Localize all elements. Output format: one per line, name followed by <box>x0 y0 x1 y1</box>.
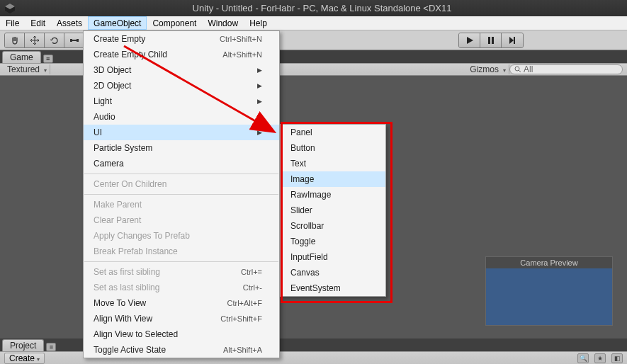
menuitem-audio[interactable]: Audio▶ <box>84 109 279 125</box>
menuitem-light[interactable]: Light▶ <box>84 93 279 109</box>
menuitem-make-parent: Make Parent <box>84 197 279 212</box>
menuitem-break-prefab-instance: Break Prefab Instance <box>84 244 279 259</box>
create-label: Create <box>9 353 35 363</box>
menuitem-particle-system[interactable]: Particle System <box>84 140 279 156</box>
game-tab-label: Game <box>10 52 33 62</box>
ui-submenu: PanelButtonTextImageRawImageSliderScroll… <box>280 124 386 297</box>
svg-marker-8 <box>509 37 514 44</box>
gizmos-label: Gizmos <box>470 64 499 74</box>
menuitem-3d-object[interactable]: 3D Object▶ <box>84 62 279 78</box>
menuitem-set-as-last-sibling: Set as last siblingCtrl+- <box>84 280 279 295</box>
camera-preview-title: Camera Preview <box>486 257 612 268</box>
svg-rect-7 <box>492 37 494 44</box>
menu-component[interactable]: Component <box>147 16 202 30</box>
transform-tools-group <box>4 33 85 48</box>
svg-rect-9 <box>514 37 515 44</box>
aspect-dropdown[interactable]: Textured <box>4 64 50 74</box>
gameobject-menu: Create EmptyCtrl+Shift+NCreate Empty Chi… <box>83 30 280 358</box>
svg-rect-3 <box>70 39 72 42</box>
menuitem-align-view-to-selected[interactable]: Align View to Selected <box>84 326 279 342</box>
submenuitem-image[interactable]: Image <box>281 171 385 187</box>
camera-preview-body <box>486 268 612 325</box>
menuitem-align-with-view[interactable]: Align With ViewCtrl+Shift+F <box>84 311 279 326</box>
camera-preview-panel: Camera Preview <box>485 256 613 326</box>
menuitem-clear-parent: Clear Parent <box>84 212 279 228</box>
svg-rect-4 <box>77 39 79 42</box>
submenuitem-eventsystem[interactable]: EventSystem <box>281 280 385 296</box>
menu-file[interactable]: File <box>0 16 25 30</box>
project-tab-label: Project <box>10 341 36 351</box>
play-controls-group <box>458 33 524 48</box>
menuitem-create-empty[interactable]: Create EmptyCtrl+Shift+N <box>84 31 279 47</box>
menuitem-create-empty-child[interactable]: Create Empty ChildAlt+Shift+N <box>84 47 279 62</box>
submenuitem-button[interactable]: Button <box>281 140 385 156</box>
submenuitem-rawimage[interactable]: RawImage <box>281 187 385 203</box>
step-button[interactable] <box>502 33 523 47</box>
project-hierarchy-icon[interactable]: ◧ <box>611 353 623 363</box>
game-tab[interactable]: Game <box>2 51 41 63</box>
submenuitem-toggle[interactable]: Toggle <box>281 234 385 249</box>
menubar: FileEditAssetsGameObjectComponentWindowH… <box>0 16 627 30</box>
project-favorite-icon[interactable]: ★ <box>594 353 606 363</box>
menu-help[interactable]: Help <box>244 16 273 30</box>
unity-logo-icon <box>4 3 16 14</box>
menuitem-move-to-view[interactable]: Move To ViewCtrl+Alt+F <box>84 295 279 311</box>
search-icon <box>514 66 521 73</box>
svg-line-11 <box>519 70 521 72</box>
menuitem-apply-changes-to-prefab: Apply Changes To Prefab <box>84 228 279 244</box>
project-search-icon[interactable]: 🔍 <box>577 353 589 363</box>
project-tab[interactable]: Project <box>2 339 44 351</box>
move-tool-button[interactable] <box>25 33 45 47</box>
submenuitem-inputfield[interactable]: InputField <box>281 249 385 265</box>
hand-tool-button[interactable] <box>5 33 25 47</box>
submenuitem-panel[interactable]: Panel <box>281 125 385 140</box>
submenuitem-scrollbar[interactable]: Scrollbar <box>281 218 385 234</box>
menu-gameobject[interactable]: GameObject <box>88 16 147 30</box>
gizmos-dropdown[interactable]: Gizmos <box>467 64 509 74</box>
submenuitem-text[interactable]: Text <box>281 156 385 171</box>
rotate-tool-button[interactable] <box>45 33 64 47</box>
menuitem-2d-object[interactable]: 2D Object▶ <box>84 78 279 93</box>
svg-rect-6 <box>488 37 490 44</box>
menuitem-ui[interactable]: UI▶ <box>84 125 279 140</box>
submenuitem-canvas[interactable]: Canvas <box>281 265 385 280</box>
window-title: Unity - Untitled - ForHabr - PC, Mac & L… <box>21 3 623 13</box>
menuitem-center-on-children: Center On Children <box>84 176 279 192</box>
menu-assets[interactable]: Assets <box>51 16 88 30</box>
create-dropdown[interactable]: Create <box>4 353 45 364</box>
textured-label: Textured <box>7 64 40 74</box>
search-field[interactable]: All <box>509 64 623 74</box>
play-button[interactable] <box>459 33 480 47</box>
project-tab-options-button[interactable]: ≡ <box>46 343 56 351</box>
submenuitem-slider[interactable]: Slider <box>281 203 385 218</box>
svg-marker-5 <box>467 37 473 44</box>
tab-options-button[interactable]: ≡ <box>43 55 53 63</box>
menuitem-camera[interactable]: Camera <box>84 156 279 171</box>
menu-edit[interactable]: Edit <box>25 16 51 30</box>
search-prefix: All <box>524 64 533 74</box>
pause-button[interactable] <box>480 33 502 47</box>
window-titlebar: Unity - Untitled - ForHabr - PC, Mac & L… <box>0 0 627 16</box>
menuitem-toggle-active-state[interactable]: Toggle Active StateAlt+Shift+A <box>84 342 279 358</box>
menuitem-set-as-first-sibling: Set as first siblingCtrl+= <box>84 264 279 280</box>
scale-tool-button[interactable] <box>64 33 84 47</box>
menu-window[interactable]: Window <box>202 16 244 30</box>
